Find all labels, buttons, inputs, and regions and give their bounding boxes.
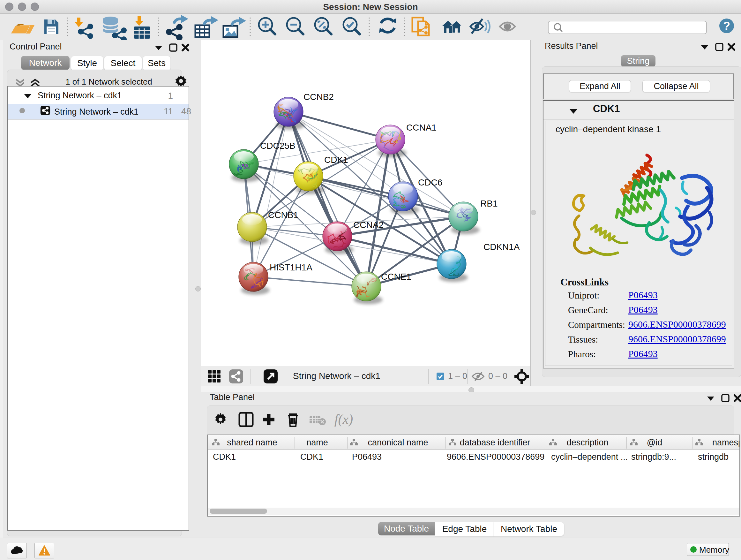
svg-text:?: ? [723, 19, 730, 33]
svg-text:CDKN1A: CDKN1A [483, 242, 520, 252]
svg-text:CDK1: CDK1 [324, 155, 348, 165]
svg-text:RB1: RB1 [480, 199, 497, 208]
svg-text:CCNB2: CCNB2 [304, 92, 334, 102]
svg-text:HIST1H1A: HIST1H1A [270, 262, 313, 272]
svg-text:CCNA1: CCNA1 [406, 123, 436, 132]
svg-text:CCNE1: CCNE1 [381, 272, 411, 282]
svg-text:CDC25B: CDC25B [260, 141, 295, 151]
svg-text:CCNB1: CCNB1 [268, 210, 298, 220]
svg-text:CDC6: CDC6 [418, 178, 442, 187]
svg-text:CCNA2: CCNA2 [353, 220, 384, 230]
svg-text:f(x): f(x) [334, 412, 353, 427]
